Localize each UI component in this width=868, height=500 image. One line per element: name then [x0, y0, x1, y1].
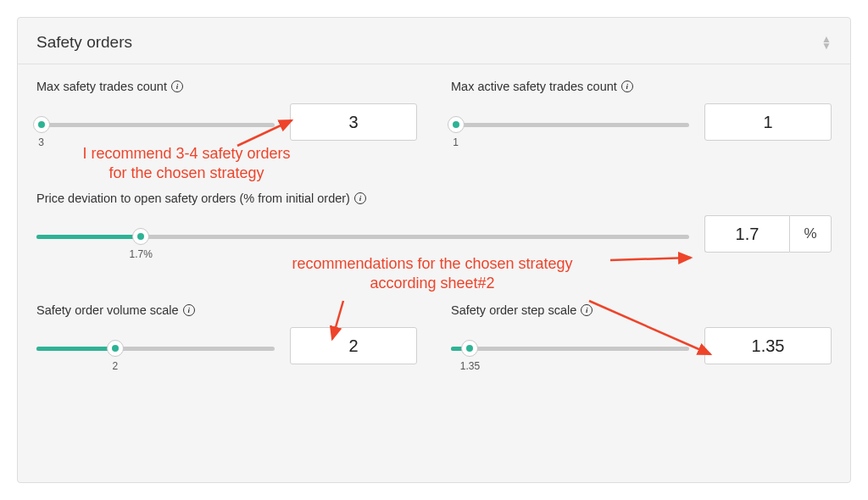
slider-price-deviation[interactable]: 1.7%: [36, 230, 689, 239]
slider-fill: [36, 347, 115, 351]
collapse-toggle-icon[interactable]: ▲▼: [821, 36, 832, 50]
row-1: Max safety trades count i 3 3: [36, 80, 832, 141]
panel-title: Safety orders: [36, 33, 132, 52]
control-row: 3 3: [36, 103, 417, 141]
slider-thumb[interactable]: [132, 228, 149, 245]
field-label: Safety order volume scale i: [36, 303, 417, 317]
control-row: 1 1: [451, 103, 832, 141]
slider-thumb[interactable]: [33, 116, 50, 133]
panel-body: Max safety trades count i 3 3: [18, 64, 850, 417]
percent-suffix: %: [789, 215, 832, 253]
slider-max-safety[interactable]: 3: [36, 118, 275, 127]
max-active-input[interactable]: 1: [704, 103, 832, 141]
slider-track: [451, 347, 689, 351]
label-text: Safety order step scale: [451, 303, 576, 317]
max-safety-input[interactable]: 3: [290, 103, 417, 141]
slider-thumb[interactable]: [461, 340, 478, 357]
row-2: Price deviation to open safety orders (%…: [36, 192, 832, 253]
price-deviation-input[interactable]: 1.7: [704, 215, 789, 253]
field-label: Max active safety trades count i: [451, 80, 832, 93]
price-deviation-input-group: 1.7 %: [704, 215, 832, 253]
slider-thumb[interactable]: [107, 340, 124, 357]
info-icon[interactable]: i: [183, 304, 195, 316]
field-label: Safety order step scale i: [451, 303, 832, 317]
control-row: 1.7% 1.7 %: [36, 215, 832, 253]
step-scale-input[interactable]: 1.35: [704, 327, 832, 364]
control-row: 2 2: [36, 327, 417, 364]
field-price-deviation: Price deviation to open safety orders (%…: [36, 192, 832, 253]
field-max-active-safety-trades-count: Max active safety trades count i 1 1: [451, 80, 832, 141]
slider-track: [36, 123, 275, 127]
label-text: Max safety trades count: [36, 80, 167, 93]
slider-fill: [36, 235, 141, 239]
field-max-safety-trades-count: Max safety trades count i 3 3: [36, 80, 417, 141]
field-volume-scale: Safety order volume scale i 2 2: [36, 303, 417, 364]
field-label: Price deviation to open safety orders (%…: [36, 192, 832, 205]
row-3: Safety order volume scale i 2 2: [36, 303, 832, 364]
safety-orders-panel: Safety orders ▲▼ Max safety trades count…: [17, 17, 851, 483]
slider-thumb[interactable]: [448, 116, 465, 133]
slider-track: [36, 347, 275, 351]
slider-value-caption: 1.35: [460, 360, 480, 372]
slider-value-caption: 1.7%: [130, 248, 153, 260]
field-label: Max safety trades count i: [36, 80, 417, 93]
info-icon[interactable]: i: [171, 81, 183, 92]
label-text: Price deviation to open safety orders (%…: [36, 192, 350, 205]
slider-track: [36, 235, 689, 239]
info-icon[interactable]: i: [354, 192, 366, 204]
slider-value-caption: 2: [112, 360, 118, 372]
label-text: Max active safety trades count: [451, 80, 617, 93]
info-icon[interactable]: i: [581, 304, 593, 316]
panel-header: Safety orders ▲▼: [18, 18, 850, 64]
volume-scale-input[interactable]: 2: [290, 327, 417, 364]
field-step-scale: Safety order step scale i 1.35 1.35: [451, 303, 832, 364]
control-row: 1.35 1.35: [451, 327, 832, 364]
slider-track: [451, 123, 689, 127]
slider-step-scale[interactable]: 1.35: [451, 342, 689, 351]
slider-value-caption: 3: [38, 136, 44, 148]
info-icon[interactable]: i: [621, 81, 633, 92]
slider-value-caption: 1: [453, 136, 459, 148]
slider-max-active[interactable]: 1: [451, 118, 689, 127]
slider-volume-scale[interactable]: 2: [36, 342, 275, 351]
label-text: Safety order volume scale: [36, 303, 179, 317]
